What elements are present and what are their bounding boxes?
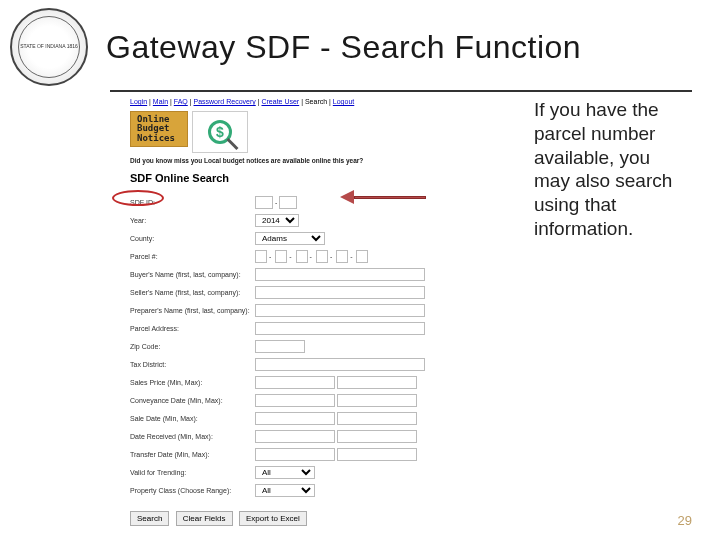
callout-arrow-icon <box>340 190 426 204</box>
label-sales: Sales Price (Min, Max): <box>130 379 255 386</box>
export-excel-button[interactable]: Export to Excel <box>239 511 307 526</box>
clear-fields-button[interactable]: Clear Fields <box>176 511 233 526</box>
callout-text: If you have the parcel number available,… <box>534 98 684 241</box>
label-convey: Conveyance Date (Min, Max): <box>130 397 255 404</box>
seal-text: STATE OF INDIANA 1816 <box>20 44 78 50</box>
sales-min-input[interactable] <box>255 376 335 389</box>
buyer-input[interactable] <box>255 268 425 281</box>
zip-input[interactable] <box>255 340 305 353</box>
label-daterec: Date Received (Min, Max): <box>130 433 255 440</box>
convey-min-input[interactable] <box>255 394 335 407</box>
propclass-select[interactable]: All <box>255 484 315 497</box>
sales-max-input[interactable] <box>337 376 417 389</box>
taxdist-input[interactable] <box>255 358 425 371</box>
bc-login[interactable]: Login <box>130 98 147 105</box>
online-budget-notices-badge: Online Budget Notices <box>130 111 188 147</box>
magnifier-dollar-icon: $ <box>192 111 248 153</box>
label-saledate: Sale Date (Min, Max): <box>130 415 255 422</box>
valid-select[interactable]: All <box>255 466 315 479</box>
state-seal-icon: STATE OF INDIANA 1816 <box>10 8 88 86</box>
page-title: Gateway SDF - Search Function <box>106 29 581 66</box>
county-select[interactable]: Adams <box>255 232 325 245</box>
label-taxdist: Tax District: <box>130 361 255 368</box>
parcel-input-3[interactable] <box>296 250 308 263</box>
label-zip: Zip Code: <box>130 343 255 350</box>
label-address: Parcel Address: <box>130 325 255 332</box>
bc-faq[interactable]: FAQ <box>174 98 188 105</box>
bc-main[interactable]: Main <box>153 98 168 105</box>
bc-create[interactable]: Create User <box>261 98 299 105</box>
search-button[interactable]: Search <box>130 511 169 526</box>
label-year: Year: <box>130 217 255 224</box>
label-county: County: <box>130 235 255 242</box>
bc-search: Search <box>305 98 327 105</box>
parcel-input-2[interactable] <box>275 250 287 263</box>
label-sdf-id: SDF ID: <box>130 199 255 206</box>
saledate-min-input[interactable] <box>255 412 335 425</box>
label-propclass: Property Class (Choose Range): <box>130 487 255 494</box>
daterec-max-input[interactable] <box>337 430 417 443</box>
label-seller: Seller's Name (first, last, company): <box>130 289 255 296</box>
label-buyer: Buyer's Name (first, last, company): <box>130 271 255 278</box>
parcel-input-6[interactable] <box>356 250 368 263</box>
bc-logout[interactable]: Logout <box>333 98 354 105</box>
label-parcel: Parcel #: <box>130 253 255 260</box>
year-select[interactable]: 2014 <box>255 214 299 227</box>
transfer-min-input[interactable] <box>255 448 335 461</box>
address-input[interactable] <box>255 322 425 335</box>
parcel-input-5[interactable] <box>336 250 348 263</box>
saledate-max-input[interactable] <box>337 412 417 425</box>
sdf-id-input-2[interactable] <box>279 196 297 209</box>
transfer-max-input[interactable] <box>337 448 417 461</box>
daterec-min-input[interactable] <box>255 430 335 443</box>
page-number: 29 <box>678 513 692 528</box>
bc-password[interactable]: Password Recovery <box>194 98 256 105</box>
label-valid: Valid for Trending: <box>130 469 255 476</box>
parcel-input-4[interactable] <box>316 250 328 263</box>
label-preparer: Preparer's Name (first, last, company): <box>130 307 255 314</box>
parcel-input-1[interactable] <box>255 250 267 263</box>
label-transfer: Transfer Date (Min, Max): <box>130 451 255 458</box>
sdf-id-input-1[interactable] <box>255 196 273 209</box>
convey-max-input[interactable] <box>337 394 417 407</box>
preparer-input[interactable] <box>255 304 425 317</box>
seller-input[interactable] <box>255 286 425 299</box>
